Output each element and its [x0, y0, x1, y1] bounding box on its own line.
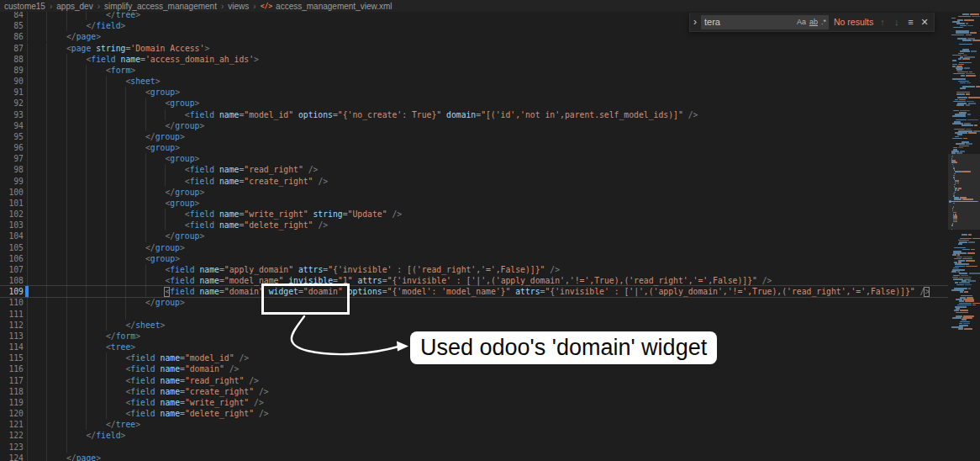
line-number[interactable]: 101: [0, 198, 24, 209]
code-line[interactable]: 119 <field name="write_right" />: [0, 397, 948, 408]
code-line[interactable]: 106 <group>: [0, 253, 948, 264]
toggle-replace-button[interactable]: ›: [692, 17, 698, 27]
line-number[interactable]: 85: [0, 20, 24, 31]
code-text[interactable]: <field name="model_id" options="{'no_cre…: [27, 109, 698, 120]
code-text[interactable]: </form>: [27, 331, 140, 342]
next-match-button[interactable]: ↓: [891, 17, 903, 27]
code-text[interactable]: <group>: [27, 98, 199, 109]
code-line[interactable]: 110 </group>: [0, 297, 948, 308]
code-line[interactable]: 120 <field name="delete_right" />: [0, 408, 948, 419]
code-line[interactable]: 96 <group>: [0, 142, 948, 153]
code-line[interactable]: 87 <page string='Domain Access'>: [0, 43, 948, 54]
line-number[interactable]: 120: [0, 408, 24, 419]
code-text[interactable]: </tree>: [27, 419, 140, 430]
editor-code-area[interactable]: 84 </tree>85 </field>86 </page>87 <page …: [0, 0, 980, 461]
line-number[interactable]: 115: [0, 352, 24, 363]
code-text[interactable]: <field name="read_right" />: [27, 164, 318, 175]
line-number[interactable]: 104: [0, 231, 24, 241]
minimap-slider[interactable]: [948, 154, 980, 230]
code-line[interactable]: 118 <field name="create_right" />: [0, 386, 948, 397]
code-text[interactable]: </sheet>: [27, 320, 165, 331]
breadcrumb-item[interactable]: simplify_access_management: [104, 2, 217, 11]
code-text[interactable]: <form>: [27, 65, 135, 76]
breadcrumb-item[interactable]: custome15: [4, 2, 45, 11]
line-number[interactable]: 100: [0, 187, 24, 198]
code-text[interactable]: <field name="delete_right" />: [27, 408, 269, 419]
close-find-button[interactable]: ✕: [919, 17, 930, 28]
code-line[interactable]: 86 </page>: [0, 31, 948, 42]
regex-toggle[interactable]: .*: [821, 18, 826, 26]
code-text[interactable]: <page string='Domain Access'>: [27, 43, 209, 54]
code-text[interactable]: </page>: [27, 31, 101, 42]
code-line[interactable]: 101 <group>: [0, 198, 948, 209]
code-text[interactable]: <field name="write_right" string="Update…: [27, 209, 402, 220]
code-text[interactable]: </group>: [27, 120, 204, 131]
code-text[interactable]: <field name="apply_domain" attrs="{'invi…: [27, 264, 560, 275]
code-text[interactable]: </page>: [27, 453, 101, 461]
minimap[interactable]: [948, 0, 980, 461]
code-text[interactable]: <field name="model_name" invisible="1" a…: [27, 275, 772, 286]
code-text[interactable]: <field name="model_id" />: [27, 352, 249, 363]
line-number[interactable]: 121: [0, 419, 24, 430]
line-number[interactable]: 106: [0, 253, 24, 264]
line-number[interactable]: 119: [0, 397, 24, 408]
line-number[interactable]: 99: [0, 176, 24, 187]
find-input[interactable]: [704, 17, 793, 27]
line-number[interactable]: 124: [0, 453, 24, 461]
code-line[interactable]: 107 <field name="apply_domain" attrs="{'…: [0, 264, 948, 275]
code-line[interactable]: 90 <sheet>: [0, 76, 948, 87]
code-line[interactable]: 100 </group>: [0, 187, 948, 198]
code-line[interactable]: 103 <field name="delete_right" />: [0, 220, 948, 231]
code-text[interactable]: <group>: [27, 198, 199, 209]
line-number[interactable]: 118: [0, 386, 24, 397]
code-text[interactable]: </group>: [27, 242, 185, 253]
find-input-box[interactable]: Aa ab .*: [701, 15, 829, 29]
code-line[interactable]: 104 </group>: [0, 231, 948, 241]
line-number[interactable]: 103: [0, 220, 24, 231]
line-number[interactable]: 92: [0, 98, 24, 109]
code-text[interactable]: <field name="create_right" />: [27, 386, 269, 397]
line-number[interactable]: 93: [0, 109, 24, 120]
code-text[interactable]: <group>: [27, 153, 199, 164]
find-in-selection-button[interactable]: ≡: [905, 17, 917, 27]
line-number[interactable]: 97: [0, 153, 24, 164]
code-line[interactable]: 124 </page>: [0, 453, 948, 461]
line-number[interactable]: 87: [0, 43, 24, 54]
line-number[interactable]: 90: [0, 76, 24, 87]
code-text[interactable]: <field name="create_right" />: [27, 176, 328, 187]
code-line[interactable]: 122 </field>: [0, 430, 948, 441]
line-number[interactable]: 113: [0, 331, 24, 342]
code-text[interactable]: </group>: [27, 131, 185, 142]
line-number[interactable]: 114: [0, 342, 24, 352]
code-line[interactable]: 108 <field name="model_name" invisible="…: [0, 275, 948, 286]
code-line[interactable]: 95 </group>: [0, 131, 948, 142]
code-text[interactable]: <sheet>: [27, 76, 161, 87]
code-line[interactable]: 105 </group>: [0, 242, 948, 253]
line-number[interactable]: 105: [0, 242, 24, 253]
code-text[interactable]: </field>: [27, 20, 125, 31]
line-number[interactable]: 111: [0, 309, 24, 320]
code-line[interactable]: 92 <group>: [0, 98, 948, 109]
line-number[interactable]: 107: [0, 264, 24, 275]
line-number[interactable]: 122: [0, 430, 24, 441]
whole-word-toggle[interactable]: ab: [809, 18, 818, 26]
code-line[interactable]: 99 <field name="create_right" />: [0, 176, 948, 187]
line-number[interactable]: 89: [0, 65, 24, 76]
code-text[interactable]: <tree>: [27, 342, 135, 352]
code-line[interactable]: 109 <field name="domain" widget="doamin"…: [0, 286, 948, 297]
line-number[interactable]: 96: [0, 142, 24, 153]
code-line[interactable]: 121 </tree>: [0, 419, 948, 430]
code-line[interactable]: 88 <field name='access_domain_ah_ids'>: [0, 54, 948, 65]
code-text[interactable]: </field>: [27, 430, 125, 441]
code-line[interactable]: 93 <field name="model_id" options="{'no_…: [0, 109, 948, 120]
code-line[interactable]: 89 <form>: [0, 65, 948, 76]
code-line[interactable]: 117 <field name="read_right" />: [0, 375, 948, 386]
code-text[interactable]: <field name="domain" widget="doamin" opt…: [27, 286, 930, 297]
code-line[interactable]: 98 <field name="read_right" />: [0, 164, 948, 175]
code-text[interactable]: <field name="delete_right" />: [27, 220, 328, 231]
code-line[interactable]: 94 </group>: [0, 120, 948, 131]
line-number[interactable]: 102: [0, 209, 24, 220]
line-number[interactable]: 95: [0, 131, 24, 142]
breadcrumb-item[interactable]: apps_dev: [56, 2, 92, 11]
line-number[interactable]: 117: [0, 375, 24, 386]
